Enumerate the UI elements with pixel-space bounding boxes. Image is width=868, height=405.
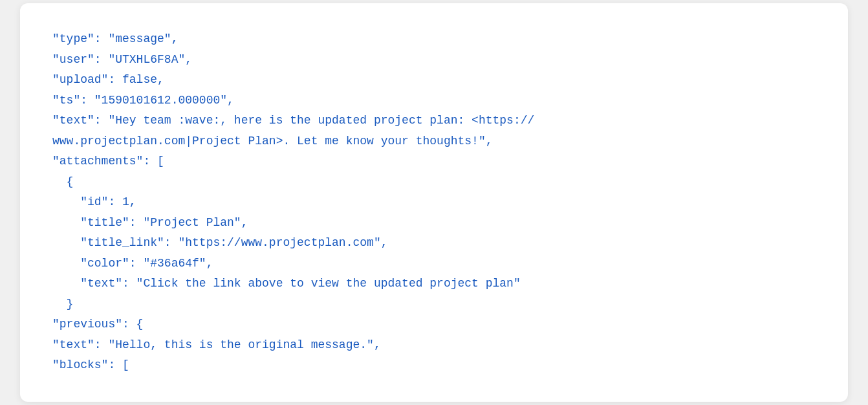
code-container: "type": "message", "user": "UTXHL6F8A", … [20,3,848,402]
code-block: "type": "message", "user": "UTXHL6F8A", … [52,29,816,376]
